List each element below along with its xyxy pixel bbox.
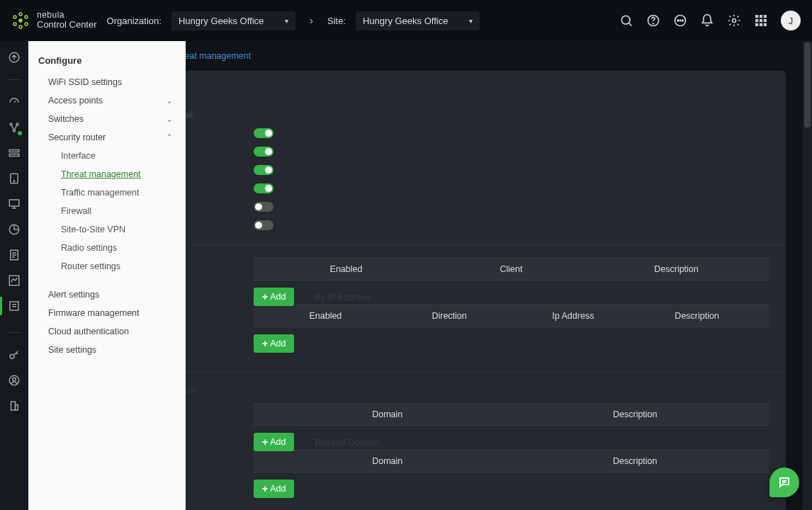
sidebar-item-site-to-site-vpn[interactable]: Site-to-Site VPN (28, 220, 186, 239)
svg-rect-24 (764, 23, 766, 26)
toggle-url-threat-filter[interactable] (254, 183, 274, 193)
plus-icon: + (262, 292, 268, 302)
svg-rect-23 (760, 23, 762, 26)
svg-point-38 (10, 354, 14, 358)
svg-point-12 (677, 20, 679, 21)
site-label: Site: (327, 16, 346, 26)
key-icon[interactable] (8, 348, 21, 361)
site-value: Hungry Geeks Office (363, 16, 448, 26)
brand-block: nebula Control Center (11, 11, 97, 30)
add-blocked-button[interactable]: +Add (254, 480, 294, 498)
chat-fab[interactable] (769, 468, 799, 497)
scrollbar[interactable] (803, 41, 812, 510)
sidebar-item-site-settings[interactable]: Site settings (28, 341, 186, 359)
svg-point-7 (621, 16, 630, 24)
sidebar-item-firewall[interactable]: Firewall (28, 202, 186, 220)
svg-point-32 (13, 181, 15, 182)
svg-rect-16 (756, 16, 758, 18)
th-enabled: Enabled (264, 264, 429, 274)
nebula-logo-icon (11, 11, 30, 30)
blocked-domain-label: Blocked Domain (298, 438, 489, 448)
svg-rect-30 (9, 154, 19, 157)
toggle-sandboxing[interactable] (254, 202, 274, 212)
toggle-intrusion-detection[interactable] (254, 147, 274, 157)
svg-point-0 (19, 19, 22, 22)
add-client-button[interactable]: +Add (254, 288, 294, 306)
toggle-anti-malware[interactable] (254, 128, 274, 138)
sidebar-item-alert-settings[interactable]: Alert settings (28, 285, 186, 304)
th-description: Description (512, 456, 760, 466)
svg-rect-33 (9, 200, 19, 206)
svg-rect-29 (9, 150, 19, 152)
th-ip: Ip Address (512, 311, 636, 321)
sidebar-item-switches[interactable]: Switches⌄ (28, 110, 186, 128)
th-description: Description (594, 264, 759, 274)
svg-rect-19 (756, 19, 758, 21)
brand-text: nebula Control Center (37, 11, 97, 30)
gear-icon[interactable] (727, 13, 741, 28)
svg-point-5 (13, 23, 16, 26)
svg-point-6 (13, 16, 16, 18)
bell-icon[interactable] (700, 13, 714, 28)
chevron-down-icon: ▾ (285, 17, 288, 25)
building-icon[interactable] (8, 400, 21, 412)
svg-rect-22 (756, 23, 758, 26)
apps-grid-icon[interactable] (754, 13, 768, 28)
svg-point-15 (733, 19, 736, 23)
add-allowed-button[interactable]: +Add (254, 433, 294, 451)
by-ip-label: By IP Address (298, 293, 489, 302)
sidebar-item-firmware-management[interactable]: Firmware management (28, 304, 186, 322)
svg-rect-36 (9, 276, 19, 285)
th-client: Client (429, 264, 594, 274)
org-selector[interactable]: Hungry Geeks Office ▾ (171, 11, 295, 30)
svg-rect-41 (11, 402, 16, 410)
nav-rail (0, 41, 28, 510)
avatar[interactable]: J (781, 11, 801, 30)
top-header: nebula Control Center Organization: Hung… (0, 0, 812, 41)
report-icon[interactable] (8, 249, 21, 261)
configure-panel: Configure WiFi SSID settings Access poin… (28, 41, 186, 510)
svg-rect-18 (764, 16, 766, 18)
chevron-down-icon: ▾ (469, 17, 473, 25)
clients-icon[interactable] (8, 172, 21, 185)
th-description: Description (512, 409, 760, 419)
svg-point-10 (653, 23, 654, 24)
sidebar-item-wifi-ssid[interactable]: WiFi SSID settings (28, 73, 186, 91)
toggle-web-content-protection[interactable] (254, 220, 274, 230)
svg-point-13 (680, 20, 681, 21)
chevron-right-icon[interactable]: › (305, 15, 317, 26)
th-direction: Direction (388, 311, 512, 321)
configure-icon[interactable] (8, 300, 21, 312)
org-value: Hungry Geeks Office (179, 16, 264, 26)
sidebar-item-traffic-management[interactable]: Traffic management (28, 183, 186, 202)
help-icon[interactable] (646, 13, 660, 28)
chevron-up-icon: ⌃ (166, 132, 173, 142)
monitor-icon[interactable] (8, 198, 21, 210)
sidebar-item-interface[interactable]: Interface (28, 147, 186, 165)
chart-icon[interactable] (8, 274, 21, 287)
sidebar-item-security-router[interactable]: Security router⌃ (28, 128, 186, 147)
scrollbar-thumb[interactable] (804, 42, 811, 128)
sidebar-item-threat-management[interactable]: Threat management (28, 165, 186, 183)
devices-icon[interactable] (8, 147, 21, 159)
toggle-intrusion-prevention[interactable] (254, 165, 274, 175)
sidebar-item-radio-settings[interactable]: Radio settings (28, 239, 186, 257)
add-ip-button[interactable]: +Add (254, 334, 294, 353)
site-selector[interactable]: Hungry Geeks Office ▾ (356, 11, 480, 30)
sidebar-item-access-points[interactable]: Access points⌄ (28, 91, 186, 110)
more-icon[interactable] (673, 13, 687, 28)
network-icon[interactable] (8, 121, 21, 134)
sidebar-item-cloud-authentication[interactable]: Cloud authentication (28, 322, 186, 341)
svg-rect-42 (16, 405, 18, 411)
dashboard-icon[interactable] (8, 96, 21, 108)
svg-line-8 (628, 23, 631, 26)
chevron-down-icon: ⌄ (166, 96, 173, 106)
svg-point-4 (19, 26, 22, 28)
sidebar-item-router-settings[interactable]: Router settings (28, 257, 186, 276)
svg-rect-17 (760, 16, 762, 18)
user-icon[interactable] (8, 374, 21, 387)
th-enabled: Enabled (264, 311, 388, 321)
pie-icon[interactable] (8, 223, 21, 236)
search-icon[interactable] (619, 13, 633, 28)
upload-icon[interactable] (8, 51, 21, 64)
